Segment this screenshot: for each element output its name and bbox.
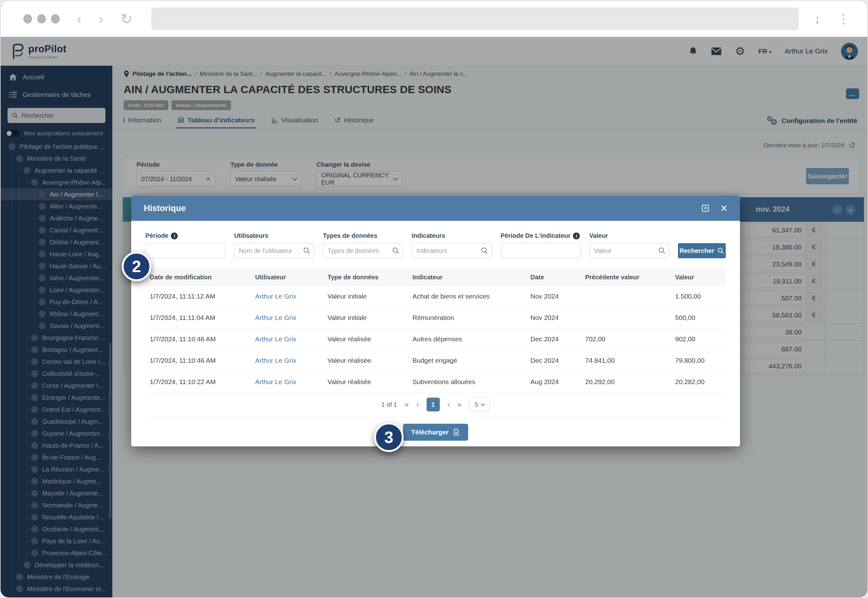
cell-date-modification: 1/7/2024, 11:11:04 AM bbox=[145, 307, 251, 328]
cell-valeur: 1.500,00 bbox=[671, 286, 726, 307]
info-icon[interactable]: i bbox=[573, 232, 580, 239]
table-row[interactable]: 1/7/2024, 11:10:46 AM Arthur Le Grix Val… bbox=[145, 328, 726, 350]
rechercher-label: Rechercher bbox=[680, 247, 714, 254]
cell-indicateur: Rémunération bbox=[408, 307, 526, 328]
cell-type-donnees: Valeur réalisée bbox=[323, 350, 408, 371]
filter-label: Période De L'indicateur bbox=[500, 232, 571, 239]
cell-indicateur: Subventions allouées bbox=[408, 371, 526, 392]
cell-valeur: 20.282,00 bbox=[671, 371, 726, 392]
modal-header: Historique × bbox=[131, 196, 740, 221]
annotation-step-2: 2 bbox=[122, 252, 151, 281]
search-icon bbox=[303, 247, 311, 256]
cell-type-donnees: Valeur réalisée bbox=[323, 328, 408, 350]
filter-label: Utilisateurs bbox=[234, 232, 268, 239]
table-row[interactable]: 1/7/2024, 11:11:12 AM Arthur Le Grix Val… bbox=[145, 286, 726, 307]
cell-precedente-valeur bbox=[581, 286, 671, 307]
cell-utilisateur[interactable]: Arthur Le Grix bbox=[251, 307, 323, 328]
cell-date: Nov 2024 bbox=[526, 286, 581, 307]
current-page-button[interactable]: 1 bbox=[427, 398, 440, 411]
column-header[interactable]: Type de données bbox=[323, 269, 408, 285]
cell-precedente-valeur bbox=[581, 307, 671, 328]
window-dot-icon bbox=[37, 14, 46, 24]
search-icon bbox=[392, 247, 400, 256]
table-row[interactable]: 1/7/2024, 11:11:04 AM Arthur Le Grix Val… bbox=[145, 307, 726, 328]
forward-icon[interactable]: › bbox=[99, 12, 103, 26]
periode-filter-input[interactable] bbox=[150, 247, 212, 254]
window-dot-icon bbox=[51, 14, 60, 24]
history-table-body: 1/7/2024, 11:11:12 AM Arthur Le Grix Val… bbox=[145, 286, 726, 393]
modal-title: Historique bbox=[144, 203, 186, 213]
first-page-button[interactable]: « bbox=[405, 400, 409, 409]
cell-date-modification: 1/7/2024, 11:11:12 AM bbox=[145, 286, 251, 307]
filter-field: Valeur bbox=[589, 232, 669, 258]
cell-precedente-valeur: 702,00 bbox=[581, 328, 671, 350]
cell-utilisateur[interactable]: Arthur Le Grix bbox=[251, 286, 323, 307]
column-header[interactable]: Indicateur bbox=[408, 269, 526, 285]
app-viewport: proPilot Powered by dFakto ⚙ FR ▾ Arthur… bbox=[1, 37, 867, 597]
table-row[interactable]: 1/7/2024, 11:10:46 AM Arthur Le Grix Val… bbox=[145, 350, 726, 371]
cell-indicateur: Achat de biens et services bbox=[408, 286, 526, 307]
search-icon bbox=[717, 247, 724, 254]
cell-utilisateur[interactable]: Arthur Le Grix bbox=[251, 328, 323, 350]
column-header[interactable]: Précédente valeur bbox=[581, 269, 671, 285]
modal-filters: Périodei Utilisateurs Types de données bbox=[145, 232, 726, 258]
page-size-select[interactable]: 5 bbox=[469, 398, 490, 411]
periode-indicateur-filter-input[interactable] bbox=[505, 247, 568, 254]
download-file-icon bbox=[453, 428, 460, 436]
filter-field: Période De L'indicateuri bbox=[500, 232, 580, 258]
browser-menu-icon[interactable]: ⋮ bbox=[837, 12, 850, 26]
telecharger-button[interactable]: Télécharger bbox=[403, 424, 468, 441]
rechercher-button[interactable]: Rechercher bbox=[678, 243, 726, 258]
cell-date: Dec 2024 bbox=[526, 328, 581, 350]
column-header[interactable]: Date de modification bbox=[145, 269, 251, 285]
browser-window: ‹ › ↻ ↓ ⋮ proPilot Powered by dFakto bbox=[0, 0, 868, 598]
cell-date: Aug 2024 bbox=[526, 371, 581, 392]
cell-indicateur: Budget engagé bbox=[408, 350, 526, 371]
cell-indicateur: Autres dépenses bbox=[408, 328, 526, 350]
next-page-button[interactable]: › bbox=[447, 400, 450, 409]
window-controls bbox=[23, 14, 60, 24]
cell-type-donnees: Valeur réalisée bbox=[323, 371, 408, 392]
cell-utilisateur[interactable]: Arthur Le Grix bbox=[251, 371, 323, 392]
cell-precedente-valeur: 74.841,00 bbox=[581, 350, 671, 371]
filter-label: Indicateurs bbox=[412, 232, 445, 239]
filter-field: Types de données bbox=[323, 232, 403, 258]
cell-date: Dec 2024 bbox=[526, 350, 581, 371]
download-icon[interactable]: ↓ bbox=[814, 11, 821, 27]
cell-valeur: 500,00 bbox=[671, 307, 726, 328]
column-header[interactable]: Valeur bbox=[671, 269, 726, 285]
close-icon[interactable]: × bbox=[720, 203, 728, 213]
prev-page-button[interactable]: ‹ bbox=[417, 400, 419, 409]
cell-type-donnees: Valeur initiale bbox=[323, 286, 408, 307]
column-header[interactable]: Date bbox=[526, 269, 581, 285]
column-header[interactable]: Utilisateur bbox=[251, 269, 323, 285]
cell-date-modification: 1/7/2024, 11:10:46 AM bbox=[145, 328, 251, 350]
reload-icon[interactable]: ↻ bbox=[121, 12, 133, 26]
window-dot-icon bbox=[23, 14, 32, 24]
types-donnees-filter-input[interactable] bbox=[327, 247, 390, 254]
cell-date-modification: 1/7/2024, 11:10:46 AM bbox=[145, 350, 251, 371]
filter-label: Période bbox=[145, 232, 168, 239]
cell-valeur: 902,00 bbox=[671, 328, 726, 350]
cell-utilisateur[interactable]: Arthur Le Grix bbox=[251, 350, 323, 371]
page-size-value: 5 bbox=[475, 401, 478, 408]
cell-date: Nov 2024 bbox=[526, 307, 581, 328]
cell-type-donnees: Valeur initiale bbox=[323, 307, 408, 328]
table-row[interactable]: 1/7/2024, 11:10:22 AM Arthur Le Grix Val… bbox=[145, 371, 726, 393]
pagination: 1 of 1 « ‹ 1 › » 5 bbox=[145, 398, 726, 417]
utilisateurs-filter-input[interactable] bbox=[239, 247, 301, 254]
cell-precedente-valeur: 20.292,00 bbox=[581, 371, 671, 392]
last-page-button[interactable]: » bbox=[457, 400, 462, 409]
search-icon bbox=[658, 247, 666, 256]
filter-field: Utilisateurs bbox=[234, 232, 314, 258]
valeur-filter-input[interactable] bbox=[594, 247, 656, 254]
search-icon bbox=[481, 247, 488, 256]
address-bar[interactable] bbox=[151, 7, 799, 30]
back-icon[interactable]: ‹ bbox=[77, 12, 82, 26]
chevron-down-icon bbox=[481, 402, 485, 406]
filter-field: Périodei bbox=[145, 232, 225, 258]
browser-chrome: ‹ › ↻ ↓ ⋮ bbox=[1, 1, 867, 37]
info-icon[interactable]: i bbox=[171, 232, 178, 239]
expand-icon[interactable] bbox=[701, 204, 710, 213]
indicateurs-filter-input[interactable] bbox=[417, 247, 479, 254]
